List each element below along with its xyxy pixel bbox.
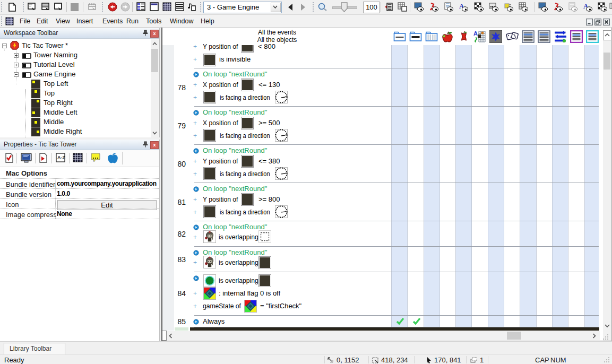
svg-text:A: A	[473, 30, 478, 37]
svg-text:A-Z: A-Z	[57, 155, 65, 160]
